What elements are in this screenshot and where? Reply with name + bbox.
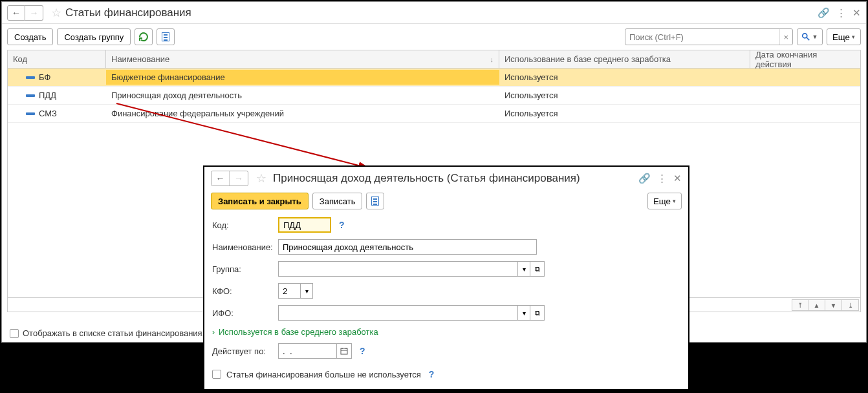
ifo-label: ИФО: — [212, 308, 273, 318]
valid-to-date — [278, 343, 352, 359]
magnifier-icon — [801, 32, 810, 41]
table-row[interactable]: БФБюджетное финансированиеИспользуется — [8, 69, 860, 87]
search-input[interactable] — [625, 31, 779, 43]
save-close-button[interactable]: Записать и закрыть — [211, 193, 309, 209]
cell-use: Используется — [499, 106, 750, 121]
column-header-date[interactable]: Дата окончания действия — [750, 50, 860, 68]
help-icon[interactable]: ? — [339, 220, 345, 230]
page-last-button[interactable]: ⤓ — [842, 299, 859, 311]
kfo-combo: ▾ — [278, 283, 313, 299]
not-used-label: Статья финансирования больше не использу… — [226, 370, 421, 379]
group-dropdown-button[interactable]: ▾ — [517, 261, 530, 277]
row-valid-to: Действует по: ? — [212, 343, 680, 359]
search-button[interactable]: ▼ — [797, 28, 823, 45]
back-button[interactable]: ← — [212, 171, 230, 186]
save-button[interactable]: Записать — [312, 193, 363, 209]
table-row[interactable]: ПДДПриносящая доход деятельностьИспользу… — [8, 87, 860, 105]
grid-header: Код Наименование ↓ Использование в базе … — [8, 50, 860, 69]
kfo-input[interactable] — [278, 283, 300, 299]
valid-to-input[interactable] — [278, 343, 336, 359]
item-marker-icon — [26, 76, 35, 79]
page-down-button[interactable]: ▼ — [825, 299, 842, 311]
dialog-nav: ← → — [211, 171, 248, 186]
list-mode-button[interactable] — [366, 193, 384, 209]
search-clear-button[interactable]: × — [779, 29, 792, 45]
page-first-button[interactable]: ⤒ — [792, 299, 808, 311]
column-header-code[interactable]: Код — [8, 50, 106, 68]
row-code: Код: ? — [212, 217, 680, 233]
back-button[interactable]: ← — [7, 5, 25, 21]
cell-name: Финансирование федеральных учреждений — [106, 106, 499, 121]
code-label: Код: — [212, 220, 273, 230]
favorite-icon[interactable]: ☆ — [51, 6, 61, 20]
collapse-label: Используется в базе среднего заработка — [219, 327, 378, 337]
calendar-button[interactable] — [336, 343, 352, 359]
help-icon[interactable]: ? — [360, 346, 365, 356]
column-header-name[interactable]: Наименование ↓ — [106, 50, 499, 68]
cell-name: Бюджетное финансирование — [106, 70, 499, 85]
kebab-icon[interactable]: ⋮ — [657, 173, 667, 184]
calendar-icon — [340, 347, 348, 355]
close-icon[interactable]: ✕ — [673, 173, 682, 184]
svg-point-0 — [803, 34, 807, 38]
row-name: Наименование: — [212, 239, 680, 255]
name-input[interactable] — [278, 239, 537, 255]
collapse-avg-earnings[interactable]: › Используется в базе среднего заработка — [212, 327, 680, 337]
kfo-dropdown-button[interactable]: ▾ — [300, 283, 313, 299]
forward-button[interactable]: → — [25, 5, 43, 21]
list-mode-button[interactable] — [157, 28, 175, 45]
nav-buttons: ← → — [7, 5, 43, 21]
valid-to-label: Действует по: — [212, 346, 273, 356]
group-open-button[interactable]: ⧉ — [530, 261, 545, 277]
create-button[interactable]: Создать — [7, 28, 53, 45]
show-all-checkbox[interactable] — [10, 329, 19, 338]
footer-row: Отображать в списке статьи финансировани… — [2, 324, 212, 342]
cell-use: Используется — [499, 70, 750, 85]
row-group: Группа: ▾ ⧉ — [212, 261, 680, 277]
chevron-right-icon: › — [212, 328, 215, 337]
svg-rect-3 — [341, 348, 347, 354]
more-button[interactable]: Еще ▾ — [827, 28, 861, 45]
chevron-down-icon: ▼ — [812, 34, 818, 40]
column-label: Наименование — [111, 54, 169, 64]
more-label: Еще — [832, 32, 850, 42]
footer-checkbox-label: Отображать в списке статьи финансировани… — [23, 328, 204, 338]
toolbar: Создать Создать группу × ▼ Еще ▾ — [2, 24, 866, 50]
link-icon[interactable]: 🔗 — [818, 7, 830, 19]
dialog-toolbar: Записать и закрыть Записать Еще ▾ — [204, 190, 688, 215]
cell-date — [750, 75, 860, 80]
forward-button[interactable]: → — [230, 171, 248, 186]
not-used-checkbox[interactable] — [212, 370, 221, 379]
dialog-window: ← → ☆ Приносящая доход деятельность (Ста… — [203, 165, 689, 390]
more-button[interactable]: Еще ▾ — [647, 193, 682, 209]
column-header-use[interactable]: Использование в базе среднего заработка — [499, 50, 750, 68]
group-input[interactable] — [278, 261, 517, 277]
kebab-icon[interactable]: ⋮ — [836, 7, 846, 19]
name-label: Наименование: — [212, 242, 273, 252]
group-label: Группа: — [212, 264, 273, 274]
row-not-used: Статья финансирования больше не использу… — [212, 369, 680, 379]
ifo-input[interactable] — [278, 305, 517, 321]
chevron-down-icon: ▾ — [852, 34, 855, 40]
more-label: Еще — [653, 197, 671, 206]
ifo-open-button[interactable]: ⧉ — [530, 305, 545, 321]
titlebar: ← → ☆ Статьи финансирования 🔗 ⋮ ✕ — [2, 2, 866, 24]
favorite-icon[interactable]: ☆ — [256, 171, 266, 186]
link-icon[interactable]: 🔗 — [638, 173, 651, 184]
page-title: Статьи финансирования — [65, 6, 818, 19]
table-row[interactable]: СМЗФинансирование федеральных учреждений… — [8, 105, 860, 123]
cell-code: БФ — [8, 70, 106, 85]
chevron-down-icon: ▾ — [673, 198, 676, 204]
page-up-button[interactable]: ▲ — [808, 299, 825, 311]
close-icon[interactable]: ✕ — [852, 7, 861, 19]
help-icon[interactable]: ? — [429, 369, 435, 379]
code-input[interactable] — [278, 217, 331, 233]
dialog-title: Приносящая доход деятельность (Статья фи… — [273, 172, 638, 185]
list-icon — [371, 197, 379, 206]
group-combo: ▾ ⧉ — [278, 261, 545, 277]
cell-code: СМЗ — [8, 106, 106, 121]
refresh-button[interactable] — [135, 28, 153, 45]
create-group-button[interactable]: Создать группу — [57, 28, 131, 45]
ifo-dropdown-button[interactable]: ▾ — [517, 305, 530, 321]
kfo-label: КФО: — [212, 286, 273, 296]
